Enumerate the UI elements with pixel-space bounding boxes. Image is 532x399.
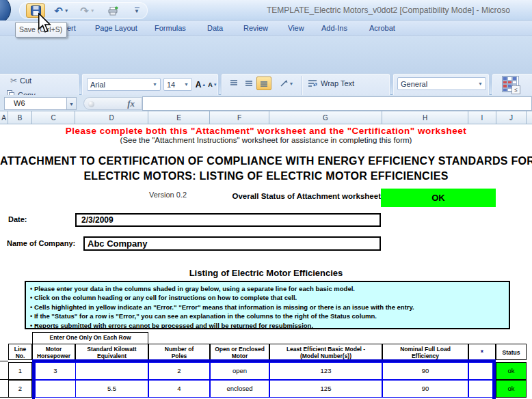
- instructions-box: Please enter your data in the columns sh…: [25, 281, 510, 329]
- wrap-text-button[interactable]: Wrap Text: [308, 79, 354, 87]
- align-top-button[interactable]: [226, 77, 241, 90]
- tab-add-ins[interactable]: Add-Ins: [321, 21, 347, 36]
- overall-status-label: Overall Status of Attachment worksheet: [157, 192, 381, 200]
- fx-icon: fx: [127, 98, 135, 109]
- orientation-button[interactable]: ▼: [277, 77, 296, 90]
- cell-r1-poles[interactable]: 2: [148, 362, 210, 380]
- header-standard-kilowatt[interactable]: Standard KilowattEquivalent: [75, 344, 148, 360]
- tab-view[interactable]: View: [288, 21, 304, 36]
- cell-r2-poles[interactable]: 4: [148, 380, 210, 398]
- company-field[interactable]: Abc Company: [83, 236, 381, 251]
- cell-r2-model[interactable]: 125: [269, 380, 382, 398]
- chevron-down-icon: ▼: [289, 81, 294, 86]
- date-label: Date:: [8, 215, 27, 223]
- chevron-down-icon: ▼: [152, 82, 157, 87]
- cell-r2-horsepower[interactable]: [35, 380, 76, 398]
- number-format-select[interactable]: General▼: [397, 77, 486, 90]
- chevron-down-icon[interactable]: ▼: [64, 8, 69, 13]
- undo-button[interactable]: ↶▼: [49, 3, 74, 18]
- cell-r2-status[interactable]: ok: [496, 380, 527, 398]
- cell-r1-kilowatt[interactable]: [75, 362, 148, 380]
- overall-status-value[interactable]: OK: [381, 189, 496, 207]
- align-bottom-icon: [259, 79, 269, 87]
- align-middle-button[interactable]: [241, 77, 256, 90]
- column-header-d[interactable]: D: [75, 111, 148, 124]
- sub-notice: (See the "Attachment Instructions" works…: [0, 136, 532, 144]
- gridline-tick: [0, 379, 8, 380]
- header-open-enclosed[interactable]: Open or EnclosedMotor: [210, 344, 269, 360]
- cell-r2-line-no[interactable]: 2: [8, 380, 32, 398]
- tab-acrobat[interactable]: Acrobat: [369, 21, 395, 36]
- header-number-of-poles[interactable]: Number ofPoles: [148, 344, 210, 360]
- tab-formulas[interactable]: Formulas: [155, 21, 186, 36]
- red-notice: Please complete both this "Attachment" w…: [0, 126, 532, 136]
- cell-r1-status[interactable]: ok: [496, 362, 527, 380]
- align-top-icon: [229, 79, 239, 87]
- font-size-select[interactable]: 14▼: [163, 78, 192, 91]
- header-asterisk[interactable]: *: [468, 344, 496, 360]
- cell-r1-model[interactable]: 123: [269, 362, 382, 380]
- excel-window: ↶▼ ↷▼ ▼ TEMPLATE_Electric Motors_v0dot2 …: [0, 0, 532, 399]
- gridline-tick: [0, 361, 8, 361]
- cell-r1-horsepower[interactable]: 3: [35, 362, 76, 380]
- column-header-f[interactable]: F: [210, 111, 269, 124]
- customize-qat-button[interactable]: ▼: [130, 3, 144, 18]
- column-header-b[interactable]: B: [8, 111, 32, 124]
- wrap-text-icon: [308, 79, 318, 87]
- cut-button[interactable]: ✂ Cut: [10, 76, 31, 85]
- header-motor-horsepower[interactable]: MotorHorsepower: [32, 344, 75, 360]
- column-header-a[interactable]: A: [0, 111, 8, 124]
- tab-page-layout[interactable]: Page Layout: [95, 21, 137, 36]
- formula-input[interactable]: [142, 96, 532, 111]
- title-bar: ↶▼ ↷▼ ▼ TEMPLATE_Electric Motors_v0dot2 …: [0, 0, 532, 20]
- shrink-font-icon: A: [208, 81, 213, 88]
- name-box[interactable]: W6: [4, 97, 67, 110]
- cell-r2-kilowatt[interactable]: 5.5: [75, 380, 148, 398]
- redo-button-disabled[interactable]: ↷▼: [75, 3, 100, 18]
- align-middle-icon: [244, 79, 254, 87]
- instruction-line: If the "Status" for a row is "Error," yo…: [30, 312, 505, 320]
- tab-data[interactable]: Data: [207, 21, 223, 36]
- column-header-h[interactable]: H: [382, 111, 468, 124]
- redo-icon: ↷: [80, 5, 89, 16]
- cell-r1-line-no[interactable]: 1: [8, 362, 32, 380]
- header-status[interactable]: Status: [496, 344, 527, 360]
- company-label: Name of Company:: [7, 239, 75, 247]
- window-title: TEMPLATE_Electric Motors_v0dot2 [Compati…: [267, 5, 532, 15]
- worksheet[interactable]: Please complete both this "Attachment" w…: [0, 124, 532, 399]
- printer-icon: [107, 6, 118, 16]
- header-line-no[interactable]: LineNo.: [8, 344, 32, 360]
- cell-r1-efficiency[interactable]: 90: [382, 362, 468, 380]
- table-span-header[interactable]: Enter One Only On Each Row: [32, 332, 148, 344]
- cell-r2-open-enclosed[interactable]: enclosed: [210, 380, 269, 398]
- cell-r1-open-enclosed[interactable]: open: [210, 362, 269, 380]
- grow-font-button[interactable]: A▲: [195, 78, 207, 91]
- font-name-select[interactable]: Arial▼: [87, 78, 161, 91]
- tab-review[interactable]: Review: [243, 21, 268, 36]
- cell-r1-asterisk[interactable]: [468, 362, 493, 380]
- column-header-g[interactable]: G: [269, 111, 382, 124]
- column-header-partial[interactable]: [527, 111, 532, 124]
- column-header-i[interactable]: I: [468, 111, 496, 124]
- column-header-c[interactable]: C: [32, 111, 75, 124]
- header-basic-model[interactable]: Least Efficient Basic Model -(Model Numb…: [269, 344, 382, 360]
- instruction-line: Reports submitted with errors cannot be …: [30, 321, 505, 330]
- instruction-line: Cells highlighted in yellow indicate an …: [30, 303, 505, 312]
- date-field[interactable]: 2/3/2009: [75, 213, 381, 227]
- quick-print-button[interactable]: [103, 3, 123, 18]
- cell-r2-efficiency[interactable]: 90: [382, 380, 468, 398]
- name-box-dropdown[interactable]: ▼: [67, 97, 77, 110]
- header-nominal-efficiency[interactable]: Nominal Full LoadEfficiency: [382, 344, 468, 360]
- tab-insert-partial[interactable]: ert: [67, 21, 76, 36]
- cell-r2-asterisk[interactable]: [468, 380, 493, 398]
- align-bottom-button-active[interactable]: [256, 77, 271, 90]
- shrink-font-button[interactable]: A▼: [207, 78, 218, 91]
- column-header-e[interactable]: E: [148, 111, 210, 124]
- function-dot-icon: [88, 101, 94, 107]
- insert-function-button[interactable]: fx: [83, 97, 142, 110]
- chevron-down-icon: ▼: [134, 8, 139, 14]
- listing-title: Listing of Electric Motor Efficiencies: [0, 268, 532, 278]
- grow-font-icon: A: [196, 80, 202, 90]
- gridline-tick: [0, 397, 8, 398]
- column-header-j[interactable]: J: [496, 111, 527, 124]
